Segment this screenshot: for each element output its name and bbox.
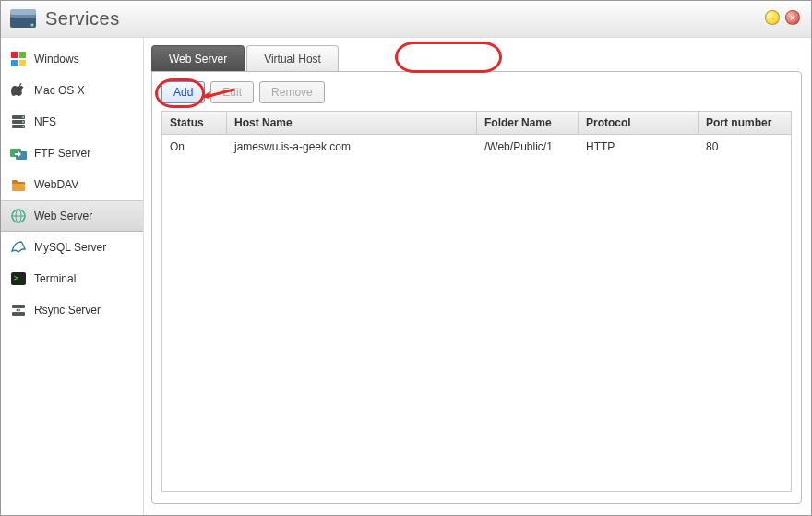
windows-icon <box>10 51 27 67</box>
svg-point-13 <box>22 126 24 127</box>
tab-label: Web Server <box>169 53 227 66</box>
sidebar-item-nfs[interactable]: NFS <box>1 106 143 138</box>
sidebar-item-label: FTP Server <box>34 147 90 160</box>
tab-content: Add Edit Remove Status Host Name Folder … <box>151 71 802 504</box>
sidebar-item-label: WebDAV <box>34 178 78 191</box>
svg-rect-21 <box>12 305 25 308</box>
col-protocol[interactable]: Protocol <box>579 112 699 134</box>
sidebar-item-windows[interactable]: Windows <box>1 43 143 75</box>
cell-host: jameswu.is-a-geek.com <box>227 138 477 155</box>
sidebar-item-label: NFS <box>34 115 56 128</box>
table-row[interactable]: On jameswu.is-a-geek.com /Web/Public/1 H… <box>162 135 791 159</box>
toolbar: Add Edit Remove <box>161 81 792 103</box>
mac-icon <box>10 82 27 99</box>
edit-button[interactable]: Edit <box>210 81 254 103</box>
main-panel: Web Server Virtual Host Add Edit Remove … <box>144 38 811 515</box>
svg-point-3 <box>31 23 34 26</box>
titlebar: Services − × <box>1 1 811 38</box>
services-icon <box>10 9 38 30</box>
cell-status: On <box>162 138 227 155</box>
cell-folder: /Web/Public/1 <box>477 138 579 155</box>
sidebar-item-label: Windows <box>34 53 79 66</box>
sidebar-item-label: Terminal <box>34 272 76 285</box>
titlebar-actions: − × <box>765 10 800 25</box>
svg-text:>_: >_ <box>14 274 23 282</box>
nfs-icon <box>10 114 27 130</box>
sidebar-item-label: Mac OS X <box>34 84 85 97</box>
svg-point-11 <box>22 116 24 118</box>
cell-protocol: HTTP <box>579 138 699 155</box>
svg-rect-2 <box>10 9 36 15</box>
tab-virtual-host[interactable]: Virtual Host <box>246 45 339 71</box>
sidebar-item-label: Rsync Server <box>34 304 101 317</box>
svg-rect-22 <box>12 312 25 316</box>
terminal-icon: >_ <box>10 270 27 287</box>
tab-strip: Web Server Virtual Host <box>151 45 802 71</box>
sidebar-item-ftp[interactable]: FTP Server <box>1 138 143 169</box>
window-title: Services <box>45 8 120 30</box>
sidebar: Windows Mac OS X NFS FTP Server WebDAV W <box>1 38 144 515</box>
svg-rect-7 <box>19 60 26 66</box>
sidebar-item-webdav[interactable]: WebDAV <box>1 169 143 200</box>
sidebar-item-webserver[interactable]: Web Server <box>1 200 143 232</box>
mysql-icon <box>10 239 27 256</box>
svg-rect-6 <box>11 60 18 66</box>
close-button[interactable]: × <box>785 10 800 25</box>
webserver-icon <box>10 208 27 224</box>
add-button[interactable]: Add <box>161 81 205 103</box>
svg-rect-5 <box>19 52 26 58</box>
col-port[interactable]: Port number <box>699 112 791 134</box>
sidebar-item-terminal[interactable]: >_ Terminal <box>1 263 143 294</box>
webdav-icon <box>10 176 27 193</box>
remove-button[interactable]: Remove <box>259 81 325 103</box>
svg-point-12 <box>22 121 24 123</box>
virtual-host-grid: Status Host Name Folder Name Protocol Po… <box>161 111 792 492</box>
ftp-icon <box>10 145 27 162</box>
col-status[interactable]: Status <box>162 112 227 134</box>
svg-rect-4 <box>11 52 18 58</box>
rsync-icon <box>10 302 27 318</box>
window-body: Windows Mac OS X NFS FTP Server WebDAV W <box>1 38 811 515</box>
cell-port: 80 <box>699 138 791 155</box>
sidebar-item-mysql[interactable]: MySQL Server <box>1 232 143 263</box>
svg-rect-15 <box>16 151 27 160</box>
minimize-button[interactable]: − <box>765 10 780 25</box>
tab-web-server[interactable]: Web Server <box>151 45 245 71</box>
sidebar-item-label: MySQL Server <box>34 241 106 254</box>
sidebar-item-label: Web Server <box>34 210 92 222</box>
col-host[interactable]: Host Name <box>227 112 477 134</box>
tab-label: Virtual Host <box>264 53 321 66</box>
services-window: Services − × Windows Mac OS X NFS FTP Se… <box>0 0 812 516</box>
sidebar-item-rsync[interactable]: Rsync Server <box>1 294 143 326</box>
col-folder[interactable]: Folder Name <box>477 112 579 134</box>
grid-header: Status Host Name Folder Name Protocol Po… <box>162 112 791 135</box>
sidebar-item-macosx[interactable]: Mac OS X <box>1 75 143 106</box>
